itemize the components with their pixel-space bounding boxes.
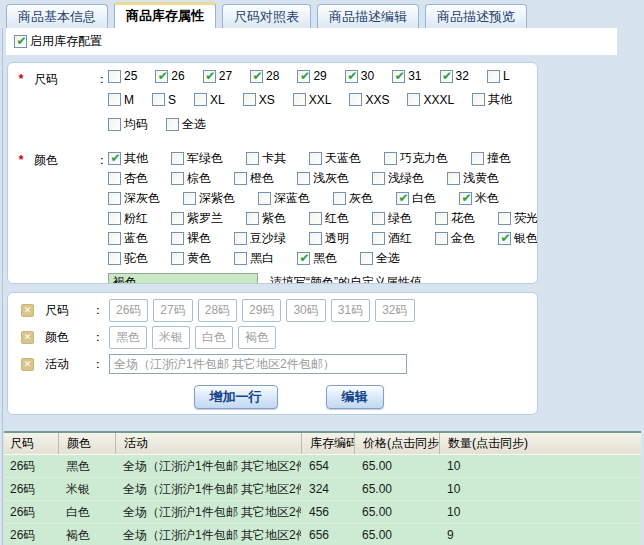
checkbox-option[interactable]: 紫罗兰 [171, 210, 223, 227]
checkbox-label: 全选 [376, 250, 400, 267]
checkbox-option[interactable]: 均码 [108, 116, 148, 133]
checkbox-option[interactable]: 绿色 [372, 210, 412, 227]
checkbox-option[interactable]: 酒红 [372, 230, 412, 247]
checkbox-icon [498, 212, 511, 225]
checkbox-option[interactable]: 粉红 [108, 210, 148, 227]
checkbox-option[interactable]: 其他 [108, 150, 148, 167]
checkbox-icon [293, 93, 306, 106]
checkbox-option[interactable]: 花色 [435, 210, 475, 227]
checkbox-label: 黄色 [187, 250, 211, 267]
tab-1[interactable]: 商品库存属性 [114, 2, 216, 28]
table-cell: 全场（江浙沪1件包邮 其它地区2件包邮... [115, 478, 301, 500]
tab-bar: 商品基本信息商品库存属性尺码对照表商品描述编辑商品描述预览 [6, 2, 527, 28]
selection-rows: ✕尺码：26码27码28码29码30码31码32码✕颜色：黑色米银白色褐色 [8, 298, 537, 349]
table-row[interactable]: 26码米银全场（江浙沪1件包邮 其它地区2件包邮...32465.0010 [4, 478, 641, 501]
checkbox-option[interactable]: 全选 [360, 250, 400, 267]
tab-2[interactable]: 尺码对照表 [222, 4, 311, 28]
checkbox-option[interactable]: 25 [108, 69, 137, 83]
selected-value-tag: 米银 [152, 326, 190, 349]
checkbox-option[interactable]: 浅灰色 [297, 170, 349, 187]
checkbox-option[interactable]: 27 [203, 69, 232, 83]
checkbox-label: 驼色 [124, 250, 148, 267]
checkbox-option[interactable]: 深紫色 [183, 190, 235, 207]
checkbox-option[interactable]: 透明 [309, 230, 349, 247]
checkbox-option[interactable]: 撞色 [471, 150, 511, 167]
checkbox-option[interactable]: 黑色 [297, 250, 337, 267]
checkbox-option[interactable]: 军绿色 [171, 150, 223, 167]
checkbox-option[interactable]: 红色 [309, 210, 349, 227]
checkbox-option[interactable]: 白色 [396, 190, 436, 207]
checkbox-option[interactable]: 浅黄色 [447, 170, 499, 187]
checkbox-option[interactable]: 全选 [166, 116, 206, 133]
checkbox-option[interactable]: 31 [392, 69, 421, 83]
checkbox-option[interactable]: 荧光 [498, 210, 538, 227]
table-row[interactable]: 26码黑色全场（江浙沪1件包邮 其它地区2件包邮...65465.0010 [4, 455, 641, 478]
checkbox-option[interactable]: 32 [440, 69, 469, 83]
checkbox-option[interactable]: 豆沙绿 [234, 230, 286, 247]
checkbox-option[interactable]: XXL [293, 91, 332, 108]
delete-icon[interactable]: ✕ [21, 304, 34, 317]
checkbox-label: XS [259, 93, 275, 107]
checkbox-icon [108, 93, 121, 106]
checkbox-checked-icon [297, 252, 310, 265]
checkbox-checked-icon [250, 70, 263, 83]
tab-4[interactable]: 商品描述预览 [425, 4, 527, 28]
checkbox-option[interactable]: M [108, 91, 134, 108]
custom-color-input[interactable] [108, 273, 258, 284]
checkbox-option[interactable]: 金色 [435, 230, 475, 247]
checkbox-option[interactable]: 深蓝色 [258, 190, 310, 207]
checkbox-option[interactable]: 浅绿色 [372, 170, 424, 187]
checkbox-option[interactable]: 天蓝色 [309, 150, 361, 167]
checkbox-option[interactable]: 卡其 [246, 150, 286, 167]
checkbox-option[interactable]: 棕色 [171, 170, 211, 187]
checkbox-option[interactable]: 蓝色 [108, 230, 148, 247]
checkbox-option[interactable]: 杏色 [108, 170, 148, 187]
option-line: 其他军绿色卡其天蓝色巧克力色撞色 [108, 150, 537, 167]
size-field: * 尺码 ： 2526272829303132LMSXLXSXXLXXSXXXL… [8, 69, 537, 141]
checkbox-icon [243, 93, 256, 106]
edit-button[interactable]: 编辑 [326, 385, 384, 409]
checkbox-option[interactable]: 驼色 [108, 250, 148, 267]
checkbox-option[interactable]: 黑白 [234, 250, 274, 267]
checkbox-option[interactable]: 30 [345, 69, 374, 83]
checkbox-option[interactable]: 紫色 [246, 210, 286, 227]
checkbox-option[interactable]: 裸色 [171, 230, 211, 247]
table-cell: 26码 [4, 524, 58, 545]
checkbox-option[interactable]: L [487, 69, 510, 83]
colon: ： [92, 329, 104, 346]
checkbox-option[interactable]: 深灰色 [108, 190, 160, 207]
tab-3[interactable]: 商品描述编辑 [317, 4, 419, 28]
checkbox-option[interactable]: XXS [349, 91, 389, 108]
option-line: 杏色棕色橙色浅灰色浅绿色浅黄色 [108, 170, 537, 187]
table-row[interactable]: 26码褐色全场（江浙沪1件包邮 其它地区2件包邮...65665.009 [4, 524, 641, 545]
checkbox-checked-icon [498, 232, 511, 245]
table-row[interactable]: 26码白色全场（江浙沪1件包邮 其它地区2件包邮...45665.0010 [4, 501, 641, 524]
checkbox-option[interactable]: 银色 [498, 230, 538, 247]
checkbox-checked-icon [203, 70, 216, 83]
checkbox-option[interactable]: 橙色 [234, 170, 274, 187]
column-header-sync[interactable]: 价格(点击同步) [354, 433, 439, 454]
custom-color-hint: 请填写“颜色”的自定义属性值 [270, 274, 422, 284]
option-line: 均码全选 [108, 116, 537, 133]
checkbox-option[interactable]: XS [243, 91, 275, 108]
delete-icon[interactable]: ✕ [21, 358, 34, 371]
checkbox-option[interactable]: XXXL [407, 91, 454, 108]
checkbox-option[interactable]: S [152, 91, 176, 108]
delete-icon[interactable]: ✕ [21, 331, 34, 344]
checkbox-option[interactable]: 黄色 [171, 250, 211, 267]
checkbox-option[interactable]: 29 [297, 69, 326, 83]
tab-0[interactable]: 商品基本信息 [6, 4, 108, 28]
column-header-sync[interactable]: 数量(点击同步) [439, 433, 641, 454]
checkbox-option[interactable]: 巧克力色 [384, 150, 448, 167]
checkbox-option[interactable]: 28 [250, 69, 279, 83]
checkbox-icon [407, 93, 420, 106]
checkbox-option[interactable]: XL [194, 91, 225, 108]
checkbox-option[interactable]: 米色 [459, 190, 499, 207]
checkbox-option[interactable]: 灰色 [333, 190, 373, 207]
checkbox-option[interactable]: 其他 [472, 91, 512, 108]
activity-input[interactable] [109, 354, 407, 374]
enable-inventory-checkbox[interactable]: 启用库存配置 [14, 33, 102, 50]
add-row-button[interactable]: 增加一行 [194, 385, 278, 409]
checkbox-option[interactable]: 26 [155, 69, 184, 83]
option-line: MSXLXSXXLXXSXXXL其他 [108, 91, 537, 108]
